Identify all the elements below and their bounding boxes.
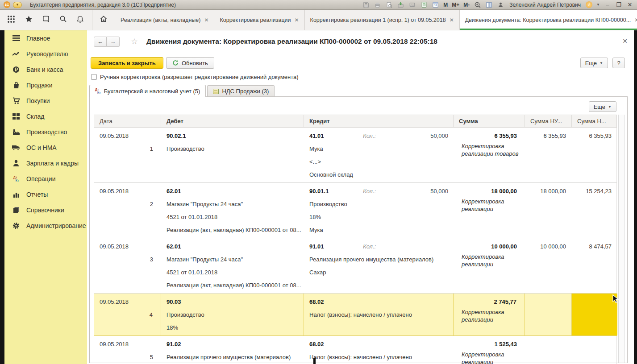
sidebar-item-pokupki[interactable]: Покупки [4,93,87,108]
cell-debit-account: 91.02 [167,338,304,351]
manual-adjustment-option[interactable]: Ручная корректировка (разрешает редактир… [91,74,299,80]
tab-dvizheniya-active[interactable]: Движения документа: Корректировка реализ… [460,10,637,30]
cell-date: 09.05.2018 [100,240,161,253]
notifications-bell-icon[interactable] [76,15,84,25]
sidebar-item-proizvodstvo[interactable]: Производство [4,124,87,140]
tab-close-icon[interactable]: ✕ [295,17,299,23]
restore-button[interactable]: ❐ [615,1,622,8]
cell-credit-account: 68.02 [309,295,363,308]
column-header-sum[interactable]: Сумма [454,115,525,127]
calculator-icon[interactable] [420,1,428,8]
tab-label: Бухгалтерский и налоговый учет (5) [104,88,200,95]
print-icon[interactable] [374,1,381,8]
minimize-button[interactable]: – [604,1,611,8]
table-row[interactable]: 09.05.20181 90.02.1Производство 41.01Кол… [94,128,617,183]
cell-credit-detail: Основной склад [309,168,454,181]
tab-vat-sales[interactable]: НДС Продажи (3) [207,85,275,97]
table-row[interactable]: 09.05.20182 62.01Магазин "Продукты 24 ча… [94,183,617,238]
sidebar-item-zarplata-i-kadry[interactable]: Зарплата и кадры [4,155,87,171]
favorite-star-icon[interactable]: ☆ [131,37,138,46]
sidebar-item-otchety[interactable]: Отчеты [4,186,87,202]
warehouse-icon [12,113,21,120]
sidebar-item-operatsii[interactable]: ДтКт Операции [4,171,87,186]
sidebar-item-sklad[interactable]: Склад [4,108,87,124]
sidebar-item-os-i-nma[interactable]: ОС и НМА [4,140,87,155]
document-tabs: ДтКт Бухгалтерский и налоговый учет (5) … [89,85,276,97]
memory-m-button[interactable]: M [443,2,448,8]
column-header-credit[interactable]: Кредит [304,115,454,127]
sidebar: Главное Руководителю Банк и касса Продаж… [4,30,87,364]
document-close-icon[interactable]: ✕ [622,37,628,45]
cell-quantity [376,240,454,253]
split-view-icon[interactable] [485,1,493,8]
save-and-close-button[interactable]: Записать и закрыть [91,57,163,69]
sidebar-item-spravochniki[interactable]: Справочники [4,202,87,218]
calendar-icon[interactable]: 31 [432,1,439,8]
tab-close-icon[interactable]: ✕ [450,17,454,23]
cell-date: 09.05.2018 [100,295,161,308]
info-dropdown-icon[interactable]: ▼ [596,3,600,7]
sidebar-item-prodazhi[interactable]: Продажи [4,77,87,93]
send-print-icon[interactable] [408,1,416,8]
table-row-selected[interactable]: 09.05.20184 90.03Производство18% 68.02 Н… [94,294,617,336]
sidebar-item-administrirovanie[interactable]: Администрирование [4,218,87,233]
search-icon[interactable] [59,15,67,25]
memory-m-minus-button[interactable]: M- [463,2,470,8]
tab-korrektirovka-1[interactable]: Корректировка реализации 1 (испр. 1) от … [305,10,460,30]
back-button[interactable]: ← [94,37,107,47]
more-button-table[interactable]: Еще ▼ [589,101,616,112]
tab-label: Корректировка реализации [220,17,291,23]
mouse-cursor [612,294,620,306]
movements-panel: Еще ▼ Дата Дебет Кредит Сумма Сумма НУ..… [89,96,628,363]
cell-operation-note: Корректировка реализации [454,351,520,364]
save-icon[interactable] [362,1,370,8]
forward-button[interactable]: → [107,37,120,47]
selected-cell[interactable] [572,294,617,335]
close-button[interactable]: ✕ [626,1,633,8]
memory-m-plus-button[interactable]: M+ [452,2,459,8]
refresh-label: Обновить [182,60,208,66]
history-icon[interactable] [42,15,50,25]
cell-credit-detail: Мука [309,223,454,236]
sidebar-item-label: ОС и НМА [26,144,57,151]
table-row[interactable]: 09.05.20183 62.01Магазин "Продукты 24 ча… [94,238,617,294]
manual-adjustment-checkbox[interactable] [91,74,97,80]
tab-accounting[interactable]: ДтКт Бухгалтерский и налоговый учет (5) [89,85,206,97]
help-button[interactable]: ? [612,58,625,68]
sidebar-item-label: Производство [26,128,67,136]
cell-operation-note: Корректировка реализации [454,253,520,268]
table-row[interactable]: 09.05.20185 91.02Реализация прочего имущ… [94,336,617,364]
cell-sum: 6 355,93 [454,129,525,142]
main-menu-dropdown[interactable]: ▼ [13,2,22,8]
zoom-icon[interactable] [474,1,481,8]
document-header: ← → ☆ Движения документа: Корректировка … [87,30,634,54]
cell-debit-account: 90.02.1 [167,129,304,142]
current-user[interactable]: Зеленский Андрей Петрович [509,2,581,8]
sidebar-item-rukovoditelyu[interactable]: Руководителю [4,46,87,62]
chart-icon [12,191,21,198]
refresh-button[interactable]: Обновить [166,57,214,69]
tab-korrektirovka[interactable]: Корректировка реализации ✕ [214,10,304,30]
home-icon[interactable] [100,15,108,25]
column-header-sum-nu[interactable]: Сумма НУ... [525,115,572,127]
print-preview-icon[interactable] [385,1,393,8]
tab-close-icon[interactable]: ✕ [204,17,208,23]
cell-operation-note: Корректировка реализации [454,198,520,213]
favorites-star-icon[interactable] [25,15,33,25]
sidebar-item-label: Операции [26,175,56,182]
sidebar-item-bank-i-kassa[interactable]: Банк и касса [4,62,87,77]
sidebar-item-glavnoe[interactable]: Главное [4,30,87,46]
cell-date: 09.05.2018 [100,185,161,198]
vertical-scrollbar[interactable] [618,115,625,363]
column-header-debit[interactable]: Дебет [161,115,304,127]
tab-realizatsiya[interactable]: Реализация (акты, накладные) ✕ [115,10,214,30]
apps-grid-icon[interactable] [7,15,15,25]
tab-close-icon[interactable]: ✕ [634,17,637,23]
user-icon[interactable] [497,1,504,8]
more-button-top[interactable]: Еще ▼ [580,58,608,68]
column-header-sum-n[interactable]: Сумма Н... [572,115,617,127]
cell-operation-note: Корректировка реализации [454,308,520,323]
column-header-date[interactable]: Дата [94,115,161,127]
info-icon[interactable]: i [586,1,592,8]
load-icon[interactable] [397,1,404,8]
